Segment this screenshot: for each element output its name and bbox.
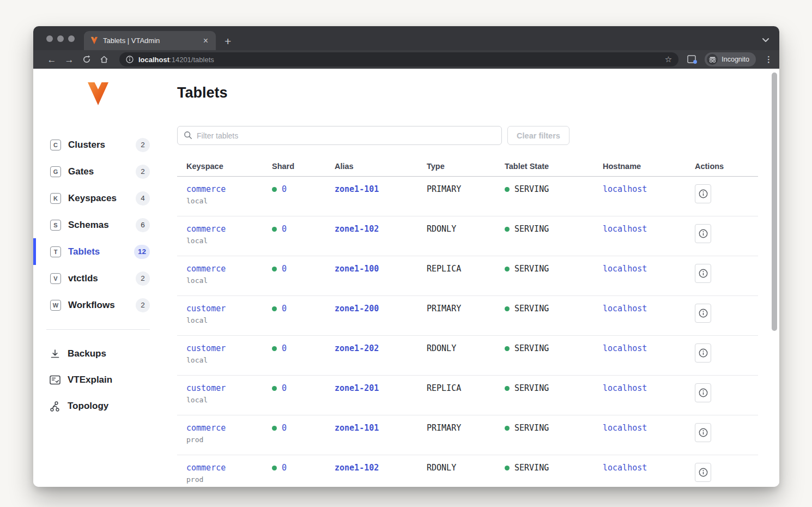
shard-link[interactable]: 0 — [282, 383, 287, 393]
keyspace-link[interactable]: commerce — [186, 264, 226, 274]
shard-cell: 0 — [263, 177, 325, 216]
actions-cell — [686, 256, 758, 295]
alias-link[interactable]: zone1-100 — [335, 264, 379, 274]
type-cell: REPLICA — [417, 256, 495, 295]
sidebar-nav: C Clusters 2 G Gates 2 K Keyspaces 4 — [33, 131, 177, 318]
nav-letter-icon: K — [50, 193, 61, 204]
alias-link[interactable]: zone1-101 — [335, 423, 379, 433]
shard-serving-dot — [272, 227, 277, 232]
new-tab-button[interactable]: + — [225, 35, 231, 47]
sidebar-nav-item[interactable]: T Tablets 12 — [33, 238, 177, 265]
keyspace-link[interactable]: customer — [186, 304, 226, 313]
back-button[interactable]: ← — [44, 55, 59, 64]
sidebar-nav-item[interactable]: S Schemas 6 — [33, 212, 177, 238]
keyspace-cell: commerce local — [177, 177, 263, 216]
type-cell: PRIMARY — [417, 296, 495, 335]
alias-link[interactable]: zone1-102 — [335, 224, 379, 234]
window-close-button[interactable] — [46, 35, 53, 42]
shard-link[interactable]: 0 — [282, 184, 287, 194]
keyspace-cell: commerce prod — [177, 415, 263, 455]
window-minimize-button[interactable] — [57, 35, 64, 42]
keyspace-link[interactable]: commerce — [186, 224, 226, 234]
keyspace-link[interactable]: customer — [186, 343, 226, 353]
reload-button[interactable] — [79, 55, 94, 64]
shard-link[interactable]: 0 — [282, 343, 287, 353]
hostname-link[interactable]: localhost — [603, 264, 647, 274]
vitess-logo — [87, 82, 109, 106]
info-icon — [699, 388, 708, 397]
alias-link[interactable]: zone1-200 — [335, 304, 379, 313]
sidebar-item-backups[interactable]: Backups — [33, 341, 177, 367]
url-bar[interactable]: localhost:14201/tablets ☆ — [119, 52, 678, 67]
hostname-cell: localhost — [593, 455, 686, 487]
row-info-button[interactable] — [695, 343, 711, 363]
alias-link[interactable]: zone1-101 — [335, 184, 379, 194]
row-info-button[interactable] — [695, 383, 711, 402]
home-button[interactable] — [96, 55, 112, 64]
nav-letter-icon: V — [50, 273, 61, 284]
sidebar-nav-item[interactable]: W Workflows 2 — [33, 292, 177, 318]
sidebar-nav-item[interactable]: K Keyspaces 4 — [33, 185, 177, 212]
shard-link[interactable]: 0 — [282, 304, 287, 313]
sidebar: C Clusters 2 G Gates 2 K Keyspaces 4 — [33, 69, 177, 487]
hostname-link[interactable]: localhost — [603, 184, 647, 194]
filter-tablets-input[interactable] — [177, 126, 502, 145]
browser-toolbar: ← → localhost:14201/tablets ☆ Incognito … — [33, 50, 779, 69]
keyspace-link[interactable]: commerce — [186, 184, 226, 194]
nav-item-label: Gates — [68, 166, 94, 177]
tab-close-icon[interactable]: × — [201, 37, 210, 45]
hostname-link[interactable]: localhost — [603, 383, 647, 393]
window-zoom-button[interactable] — [68, 35, 75, 42]
browser-menu-icon[interactable]: ⋮ — [765, 55, 773, 64]
sidebar-item-vtexplain[interactable]: VTExplain — [33, 367, 177, 393]
sidebar-nav-item[interactable]: C Clusters 2 — [33, 131, 177, 158]
keyspace-link[interactable]: commerce — [186, 423, 226, 433]
sidebar-nav-item[interactable]: G Gates 2 — [33, 158, 177, 185]
shard-link[interactable]: 0 — [282, 463, 287, 473]
site-info-icon[interactable] — [126, 56, 134, 63]
hostname-link[interactable]: localhost — [603, 343, 647, 353]
state-serving-dot — [505, 426, 510, 431]
shard-link[interactable]: 0 — [282, 423, 287, 433]
info-icon — [699, 189, 708, 198]
row-info-button[interactable] — [695, 463, 711, 482]
page-scrollbar-thumb[interactable] — [772, 73, 777, 331]
bookmark-star-icon[interactable]: ☆ — [665, 55, 672, 64]
search-icon — [184, 131, 192, 142]
row-info-button[interactable] — [695, 224, 711, 243]
state-cell: SERVING — [495, 376, 593, 415]
shard-serving-dot — [272, 426, 277, 431]
alias-cell: zone1-102 — [325, 216, 417, 256]
row-info-button[interactable] — [695, 184, 711, 203]
incognito-icon — [707, 54, 718, 65]
browser-tab[interactable]: Tablets | VTAdmin × — [84, 31, 216, 50]
url-host: localhost — [138, 56, 169, 64]
alias-link[interactable]: zone1-102 — [335, 463, 379, 473]
forward-button[interactable]: → — [62, 55, 77, 64]
keyspace-link[interactable]: customer — [186, 383, 226, 393]
alias-link[interactable]: zone1-201 — [335, 383, 379, 393]
shard-link[interactable]: 0 — [282, 264, 287, 274]
info-icon — [699, 229, 708, 238]
cluster-label: prod — [186, 475, 263, 484]
table-body: commerce local 0 zone1-101 PRIMARY — [177, 177, 758, 487]
shard-serving-dot — [272, 386, 277, 391]
hostname-link[interactable]: localhost — [603, 423, 647, 433]
row-info-button[interactable] — [695, 264, 711, 283]
keyspace-link[interactable]: commerce — [186, 463, 226, 473]
tab-search-chevron-icon[interactable] — [762, 35, 769, 45]
hostname-link[interactable]: localhost — [603, 304, 647, 313]
row-info-button[interactable] — [695, 304, 711, 323]
sidebar-nav-item[interactable]: V vtctlds 2 — [33, 265, 177, 292]
row-info-button[interactable] — [695, 423, 711, 442]
type-cell: RDONLY — [417, 455, 495, 487]
hostname-link[interactable]: localhost — [603, 463, 647, 473]
side-panel-icon[interactable] — [687, 55, 697, 64]
clear-filters-button[interactable]: Clear filters — [507, 126, 569, 145]
alias-cell: zone1-100 — [325, 256, 417, 295]
shard-link[interactable]: 0 — [282, 224, 287, 234]
hostname-link[interactable]: localhost — [603, 224, 647, 234]
sidebar-item-topology[interactable]: Topology — [33, 393, 177, 419]
alias-link[interactable]: zone1-202 — [335, 343, 379, 353]
state-cell: SERVING — [495, 216, 593, 256]
